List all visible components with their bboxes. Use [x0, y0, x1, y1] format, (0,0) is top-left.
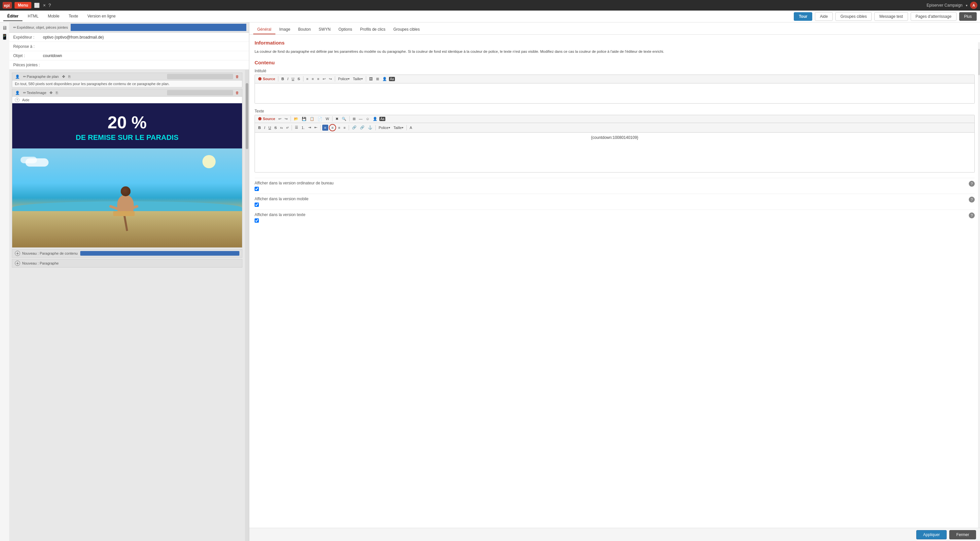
- tab-options[interactable]: Options: [334, 25, 356, 34]
- para-user-icon[interactable]: 👤: [14, 74, 21, 79]
- texte-indent-btn[interactable]: ⇥: [307, 125, 312, 130]
- texte-circle-center-btn[interactable]: ≡: [329, 124, 336, 131]
- pages-atterrissage-button[interactable]: Pages d'atterrissage: [911, 12, 956, 21]
- intitule-content[interactable]: [255, 84, 974, 103]
- tab-html[interactable]: HTML: [24, 12, 43, 21]
- text-help-icon[interactable]: ?: [969, 213, 975, 218]
- align-left-btn[interactable]: ≡: [305, 76, 310, 81]
- close-icon[interactable]: ×: [43, 3, 46, 8]
- bold-btn[interactable]: B: [280, 76, 285, 81]
- texte-color-btn[interactable]: A: [409, 125, 414, 130]
- textimage-move-btn[interactable]: ✥: [49, 90, 54, 95]
- apply-button[interactable]: Appliquer: [916, 530, 947, 539]
- texte-list-ul-btn[interactable]: ☰: [294, 125, 299, 130]
- texte-redo-btn[interactable]: ↪: [283, 116, 289, 122]
- para-move-btn[interactable]: ✥: [61, 74, 66, 79]
- texte-police-dropdown[interactable]: Police: [377, 125, 391, 130]
- texte-taille-dropdown[interactable]: Taille: [392, 125, 405, 130]
- texte-undo-btn[interactable]: ↩: [277, 116, 283, 122]
- para-copy-btn[interactable]: ⎘: [67, 74, 72, 79]
- align-right-btn[interactable]: ≡: [316, 76, 320, 81]
- add-paragraph-btn[interactable]: + Nouveau : Paragraphe: [12, 259, 242, 268]
- tab-mobile[interactable]: Mobile: [44, 12, 64, 21]
- user-btn[interactable]: 👤: [381, 76, 388, 82]
- tab-groupes-cibles[interactable]: Groupes cibles: [389, 25, 424, 34]
- textimage-edit-btn[interactable]: ✏ Texte/image: [22, 90, 47, 95]
- underline-btn[interactable]: U: [290, 76, 296, 81]
- texte-paste-word-btn[interactable]: W: [324, 116, 330, 121]
- message-test-button[interactable]: Message test: [874, 12, 908, 21]
- content-scrollbar[interactable]: [245, 70, 249, 541]
- texte-list-ol-btn[interactable]: 1.: [300, 125, 306, 130]
- texte-save-btn[interactable]: 💾: [301, 116, 308, 122]
- redo-btn[interactable]: ↪: [328, 76, 333, 82]
- texte-hline-btn[interactable]: —: [358, 116, 364, 121]
- texte-table-btn[interactable]: ⊞: [351, 116, 357, 122]
- texte-link-btn[interactable]: 🔗: [351, 125, 358, 130]
- user-avatar[interactable]: A: [970, 2, 977, 9]
- desktop-icon[interactable]: 🖥: [2, 25, 7, 31]
- texte-superscript-btn[interactable]: x²: [285, 125, 290, 130]
- right-scrollbar[interactable]: [978, 42, 980, 528]
- tab-bouton[interactable]: Bouton: [294, 25, 315, 34]
- texte-paste-text-btn[interactable]: 📄: [316, 116, 324, 122]
- strike-btn[interactable]: S: [296, 76, 301, 81]
- texte-outdent-btn[interactable]: ⇤: [313, 125, 319, 130]
- intitule-source-btn[interactable]: Source: [257, 76, 276, 81]
- texte-aa-btn[interactable]: Aa: [379, 117, 385, 121]
- tab-version-en-ligne[interactable]: Version en ligne: [84, 12, 119, 21]
- groupes-cibles-button[interactable]: Groupes cibles: [835, 12, 872, 21]
- texte-anchor-btn[interactable]: ⚓: [366, 125, 374, 130]
- texte-italic-btn[interactable]: I: [263, 125, 266, 130]
- tab-image[interactable]: Image: [275, 25, 294, 34]
- textimage-delete-btn[interactable]: 🗑: [234, 90, 240, 95]
- image-btn[interactable]: 🖼: [368, 76, 374, 81]
- textimage-copy-btn[interactable]: ⎘: [55, 90, 59, 95]
- texte-strike-btn[interactable]: S: [273, 125, 278, 130]
- texte-highlight-btn[interactable]: ≡: [322, 125, 328, 131]
- texte-underline-btn[interactable]: U: [267, 125, 272, 130]
- tab-swyn[interactable]: SWYN: [315, 25, 334, 34]
- edit-header-btn[interactable]: ✏ Expéditeur, objet, pièces jointes: [12, 25, 69, 30]
- texte-content[interactable]: {countdown:10080140109}: [255, 133, 974, 172]
- campaign-dropdown[interactable]: ▾: [966, 4, 967, 7]
- texte-open-btn[interactable]: 📂: [293, 116, 300, 122]
- texte-source-btn[interactable]: Source: [257, 116, 276, 121]
- mobile-checkbox[interactable]: [255, 203, 259, 207]
- texte-smiley-btn[interactable]: ☺: [364, 116, 371, 121]
- texte-paste-btn[interactable]: 📋: [309, 116, 316, 122]
- email-header-input[interactable]: [71, 24, 246, 31]
- tour-button[interactable]: Tour: [794, 12, 812, 21]
- close-button[interactable]: Fermer: [949, 530, 976, 539]
- texte-remove-format-btn[interactable]: ✖: [334, 116, 340, 122]
- texte-subscript-btn[interactable]: x₂: [279, 125, 284, 130]
- menu-button[interactable]: Menu: [14, 2, 31, 9]
- texte-user-btn2[interactable]: 👤: [371, 116, 379, 122]
- textimage-user-icon[interactable]: 👤: [14, 90, 21, 95]
- para-delete-btn[interactable]: 🗑: [234, 74, 240, 79]
- add-content-paragraph-btn[interactable]: + Nouveau : Paragraphe de contenu: [12, 249, 242, 258]
- table-btn[interactable]: ⊞: [375, 76, 380, 82]
- tab-editer[interactable]: Éditer: [3, 12, 22, 21]
- italic-btn[interactable]: I: [286, 76, 290, 81]
- police-dropdown[interactable]: Police: [337, 76, 351, 81]
- texte-find-btn[interactable]: 🔍: [340, 116, 348, 122]
- desktop-checkbox[interactable]: [255, 187, 259, 191]
- aide-button[interactable]: Aide: [815, 12, 833, 21]
- undo-btn[interactable]: ↩: [321, 76, 327, 82]
- mobile-help-icon[interactable]: ?: [969, 197, 975, 203]
- mobile-icon[interactable]: 📱: [1, 34, 8, 40]
- tab-texte[interactable]: Texte: [65, 12, 82, 21]
- texte-unlink-btn[interactable]: 🔗: [359, 125, 366, 130]
- taille-dropdown[interactable]: Taille: [352, 76, 364, 81]
- plus-button[interactable]: Plus: [959, 12, 977, 21]
- desktop-help-icon[interactable]: ?: [969, 181, 975, 187]
- para-edit-btn[interactable]: ✏ Paragraphe de plan: [22, 74, 60, 79]
- aa-btn[interactable]: Aa: [389, 77, 395, 81]
- help-icon[interactable]: ?: [49, 3, 51, 8]
- align-center-btn[interactable]: ≡: [310, 76, 315, 81]
- tab-general[interactable]: Général: [253, 25, 275, 34]
- texte-align-right-btn[interactable]: ≡: [337, 125, 341, 130]
- text-version-checkbox[interactable]: [255, 218, 259, 223]
- texte-bold-btn[interactable]: B: [257, 125, 262, 130]
